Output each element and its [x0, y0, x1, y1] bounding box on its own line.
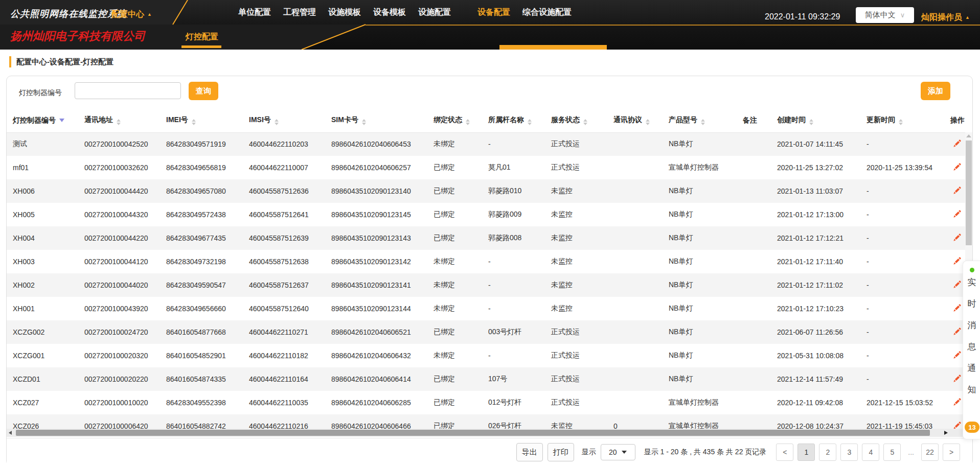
user-menu[interactable]: 灿阳操作员▲: [921, 12, 970, 23]
print-button[interactable]: 打印: [548, 443, 574, 461]
nav-item[interactable]: 设备配置: [477, 7, 510, 18]
column-header[interactable]: 产品型号: [663, 109, 737, 132]
edit-icon[interactable]: [952, 397, 962, 407]
table-row[interactable]: XH00400272001000442208642830496774354600…: [7, 226, 966, 250]
query-button[interactable]: 查询: [189, 82, 218, 100]
edit-icon[interactable]: [952, 162, 962, 172]
cell: [607, 297, 663, 320]
column-header[interactable]: 灯控制器编号: [7, 109, 78, 132]
column-header[interactable]: 操作: [949, 109, 966, 132]
cell: 0027200100042520: [78, 132, 160, 156]
nav-item[interactable]: 设备模板: [373, 7, 406, 18]
table-row[interactable]: XCZG001002720010002032086401605485290146…: [7, 344, 966, 367]
sort-icon[interactable]: [466, 119, 470, 125]
horizontal-scrollbar[interactable]: [7, 429, 966, 437]
column-header[interactable]: 所属杆名称: [482, 109, 545, 132]
realtime-notification-tab[interactable]: 实时消息通知 13: [963, 261, 980, 439]
column-header[interactable]: 备注: [737, 109, 771, 132]
edit-icon[interactable]: [952, 421, 962, 429]
edit-icon[interactable]: [952, 303, 962, 313]
column-header[interactable]: IMSI号: [243, 109, 325, 132]
cell: NB单灯: [663, 344, 737, 367]
sort-icon[interactable]: [528, 119, 532, 125]
table-row[interactable]: XCZ0260027200100006420864016054882742460…: [7, 414, 966, 429]
edit-icon[interactable]: [952, 350, 962, 360]
cell: 0027200100010020: [78, 391, 160, 414]
table-row[interactable]: XH00300272001000441208642830497321984600…: [7, 250, 966, 273]
sort-icon[interactable]: [646, 119, 650, 125]
tab-lamp-control-config[interactable]: 灯控配置: [186, 32, 218, 42]
table-row[interactable]: 测试00272001000425208642830495719194600446…: [7, 132, 966, 156]
page-button-3[interactable]: 3: [840, 444, 858, 461]
language-select[interactable]: 简体中文∨: [856, 7, 914, 23]
cell: 89860435102090123145: [325, 203, 427, 226]
cell: NB单灯: [663, 132, 737, 156]
sort-icon[interactable]: [701, 119, 705, 125]
cell: 宣城单灯控制器: [663, 414, 737, 429]
table-row[interactable]: XCZD010027200100020220864016054874335460…: [7, 367, 966, 391]
sort-icon[interactable]: [192, 119, 196, 125]
controller-id-input[interactable]: [75, 82, 181, 99]
page-size-select[interactable]: 20: [601, 444, 635, 460]
table-row[interactable]: XH00600272001000444208642830496570804600…: [7, 179, 966, 203]
table-row[interactable]: XH00100272001000439208642830496566604600…: [7, 297, 966, 320]
cell: 460044622110182: [243, 344, 325, 367]
nav-item[interactable]: 综合设施配置: [522, 7, 572, 18]
cell: XCZG001: [7, 344, 78, 367]
sort-icon[interactable]: [583, 119, 587, 125]
nav-item[interactable]: 设施模板: [328, 7, 361, 18]
cell: 864283049677435: [160, 226, 243, 250]
prev-page-button[interactable]: <: [776, 444, 793, 461]
table-row[interactable]: XCZ0270027200100010020864283049552398460…: [7, 391, 966, 414]
cell: [607, 391, 663, 414]
table-row[interactable]: XCZG002002720010002472086401605487766846…: [7, 320, 966, 344]
nav-item[interactable]: 设施配置: [418, 7, 451, 18]
horizontal-scrollbar-thumb[interactable]: [16, 430, 930, 436]
nav-item[interactable]: 工程管理: [283, 7, 316, 18]
column-header[interactable]: 通讯地址: [78, 109, 160, 132]
page-button-22[interactable]: 22: [921, 444, 939, 461]
cell: 864016054877668: [160, 320, 243, 344]
cell-actions: [949, 156, 966, 179]
edit-icon[interactable]: [952, 327, 962, 336]
column-header[interactable]: IMEI号: [160, 109, 243, 132]
page-button-4[interactable]: 4: [862, 444, 879, 461]
column-header[interactable]: 绑定状态: [427, 109, 482, 132]
nav-item[interactable]: 单位配置: [238, 7, 271, 18]
table-row[interactable]: XH00500272001000443208642830495724384600…: [7, 203, 966, 226]
column-header[interactable]: 更新时间: [860, 109, 949, 132]
cell: 已绑定: [427, 179, 482, 203]
edit-icon[interactable]: [952, 256, 962, 266]
column-header[interactable]: 通讯协议: [607, 109, 663, 132]
edit-icon[interactable]: [952, 185, 962, 195]
sort-icon[interactable]: [59, 119, 64, 122]
export-button[interactable]: 导出: [516, 443, 543, 461]
next-page-button[interactable]: >: [943, 444, 960, 461]
page-button-5[interactable]: 5: [883, 444, 901, 461]
edit-icon[interactable]: [952, 374, 962, 383]
column-header[interactable]: 服务状态: [545, 109, 607, 132]
page-button-1[interactable]: 1: [797, 444, 815, 461]
edit-icon[interactable]: [952, 232, 962, 242]
column-header[interactable]: SIM卡号: [325, 109, 427, 132]
table-row[interactable]: mf01002720010003262086428304965681946004…: [7, 156, 966, 179]
edit-icon[interactable]: [952, 138, 962, 148]
sort-icon[interactable]: [117, 119, 121, 125]
sort-icon[interactable]: [809, 119, 813, 125]
table-row[interactable]: XH00200272001000440208642830495905474600…: [7, 273, 966, 297]
add-button[interactable]: 添加: [921, 82, 950, 100]
page-button-2[interactable]: 2: [819, 444, 836, 461]
edit-icon[interactable]: [952, 209, 962, 219]
sort-icon[interactable]: [275, 119, 279, 125]
sort-icon[interactable]: [362, 119, 366, 125]
column-header[interactable]: 创建时间: [771, 109, 860, 132]
sort-icon[interactable]: [899, 119, 903, 125]
cell: 郭菱路008: [482, 226, 545, 250]
notification-count-badge[interactable]: 13: [965, 422, 979, 433]
vertical-scrollbar-thumb[interactable]: [966, 141, 972, 245]
edit-icon[interactable]: [952, 279, 962, 289]
cell: 460044622110216: [243, 414, 325, 429]
cell: 89860435102090123141: [325, 273, 427, 297]
cell: 2021-12-15 15:03:52: [860, 391, 949, 414]
config-center-menu[interactable]: 配置中心▲: [111, 9, 152, 20]
